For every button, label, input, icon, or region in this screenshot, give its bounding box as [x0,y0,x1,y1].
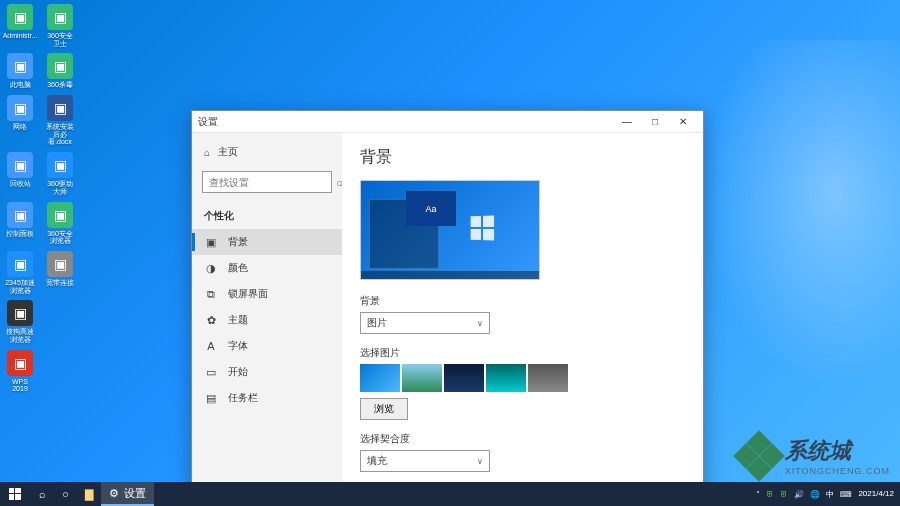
desktop-icons: ▣Administr...▣360安全卫士▣此电脑▣360杀毒▣网络▣系统安装后… [4,4,76,393]
watermark-cn: 系统城 [785,436,890,466]
thumb-1[interactable] [360,364,400,392]
start-button[interactable] [0,482,30,506]
nav-label: 主题 [228,313,248,327]
nav-item-1[interactable]: ◑颜色 [192,255,342,281]
fit-select[interactable]: 填充 ∨ [360,450,490,472]
nav-item-2[interactable]: ⧉锁屏界面 [192,281,342,307]
admin-icon: ▣ [7,4,33,30]
search-box[interactable]: ⌕ [202,171,332,193]
chevron-down-icon: ∨ [477,457,483,466]
home-label: 主页 [218,145,238,159]
icon-label: 系统安装后必看.docx [44,123,76,146]
desktop-icon-thispc[interactable]: ▣此电脑 [4,53,36,89]
desktop-icon-360av[interactable]: ▣360杀毒 [44,53,76,89]
tray-up-icon[interactable]: ˄ [756,490,760,499]
watermark: 系统城 XITONGCHENG.COM [739,436,890,476]
thumb-3[interactable] [444,364,484,392]
thumb-5[interactable] [528,364,568,392]
watermark-en: XITONGCHENG.COM [785,466,890,476]
nav-icon: ✿ [204,314,218,327]
choose-picture-label: 选择图片 [360,346,685,360]
360drv-icon: ▣ [47,152,73,178]
desktop-icon-2345[interactable]: ▣2345加速浏览器 [4,251,36,294]
cortana-button[interactable]: ○ [54,482,77,506]
icon-label: WPS 2019 [4,378,36,393]
taskbar-clock[interactable]: 2021/4/12 [858,490,894,499]
window-title: 设置 [198,115,613,129]
nav-icon: ◑ [204,262,218,275]
taskbar[interactable]: ⌕ ○ ▇ ⚙ 设置 ˄ ⛨ ⛨ 🔊 🌐 中 ⌨ 2021/4/12 [0,482,900,506]
desktop-icon-wps[interactable]: ▣WPS 2019 [4,350,36,393]
icon-label: 2345加速浏览器 [4,279,36,294]
tray-shield2-icon[interactable]: ⛨ [780,490,788,499]
icon-label: 搜狗高速浏览器 [4,328,36,343]
taskbar-app-settings[interactable]: ⚙ 设置 [101,482,154,506]
svg-rect-1 [15,488,21,493]
icon-label: 回收站 [10,180,31,188]
preview-sample-text: Aa [406,191,456,226]
desktop-icon-sogou[interactable]: ▣搜狗高速浏览器 [4,300,36,343]
maximize-button[interactable]: □ [641,112,669,132]
svg-rect-3 [15,494,21,500]
picture-thumbnails [360,364,685,392]
settings-window: 设置 — □ ✕ ⌂ 主页 ⌕ 个性化 ▣背景◑颜色⧉锁屏界面✿主题A字体▭开始… [191,110,704,492]
360safe-icon: ▣ [47,4,73,30]
desktop-icon-network[interactable]: ▣网络 [4,95,36,146]
desktop-icon-ctrlpanel[interactable]: ▣控制面板 [4,202,36,245]
desktop-icon-recycle[interactable]: ▣回收站 [4,152,36,195]
wallpaper-light [680,40,900,420]
desktop-icon-dialup[interactable]: ▣宽带连接 [44,251,76,294]
icon-label: 网络 [13,123,27,131]
2345-icon: ▣ [7,251,33,277]
browse-button[interactable]: 浏览 [360,398,408,420]
icon-label: 此电脑 [10,81,31,89]
tray-keyboard-icon[interactable]: ⌨ [840,490,852,499]
nav-label: 任务栏 [228,391,258,405]
windows-logo-icon [471,216,494,241]
home-link[interactable]: ⌂ 主页 [192,141,342,163]
nav-item-6[interactable]: ▤任务栏 [192,385,342,411]
explorer-button[interactable]: ▇ [77,482,101,506]
thispc-icon: ▣ [7,53,33,79]
dialup-icon: ▣ [47,251,73,277]
icon-label: 360安全浏览器 [44,230,76,245]
search-input[interactable] [209,177,336,188]
nav-label: 开始 [228,365,248,379]
nav-item-0[interactable]: ▣背景 [192,229,342,255]
svg-rect-2 [9,494,14,500]
chevron-down-icon: ∨ [477,319,483,328]
icon-label: 控制面板 [6,230,34,238]
icon-label: 360驱动大师 [44,180,76,195]
desktop[interactable]: ▣Administr...▣360安全卫士▣此电脑▣360杀毒▣网络▣系统安装后… [0,0,900,506]
gear-icon: ⚙ [109,487,119,500]
background-type-select[interactable]: 图片 ∨ [360,312,490,334]
wps-icon: ▣ [7,350,33,376]
nav-label: 锁屏界面 [228,287,268,301]
tray-volume-icon[interactable]: 🔊 [794,490,804,499]
nav-item-3[interactable]: ✿主题 [192,307,342,333]
background-dropdown-label: 背景 [360,294,685,308]
tray-network-icon[interactable]: 🌐 [810,490,820,499]
nav-icon: ▤ [204,392,218,405]
minimize-button[interactable]: — [613,112,641,132]
ctrlpanel-icon: ▣ [7,202,33,228]
close-button[interactable]: ✕ [669,112,697,132]
nav-label: 字体 [228,339,248,353]
taskbar-search-button[interactable]: ⌕ [30,482,54,506]
desktop-icon-docx[interactable]: ▣系统安装后必看.docx [44,95,76,146]
360av-icon: ▣ [47,53,73,79]
nav-item-5[interactable]: ▭开始 [192,359,342,385]
watermark-logo-icon [739,436,779,476]
titlebar[interactable]: 设置 — □ ✕ [192,111,703,133]
desktop-icon-admin[interactable]: ▣Administr... [4,4,36,47]
fit-label: 选择契合度 [360,432,685,446]
desktop-icon-360br[interactable]: ▣360安全浏览器 [44,202,76,245]
thumb-2[interactable] [402,364,442,392]
preview-taskbar [361,271,539,279]
thumb-4[interactable] [486,364,526,392]
nav-item-4[interactable]: A字体 [192,333,342,359]
tray-ime-icon[interactable]: 中 [826,489,834,500]
tray-shield-icon[interactable]: ⛨ [766,490,774,499]
desktop-icon-360safe[interactable]: ▣360安全卫士 [44,4,76,47]
desktop-icon-360drv[interactable]: ▣360驱动大师 [44,152,76,195]
